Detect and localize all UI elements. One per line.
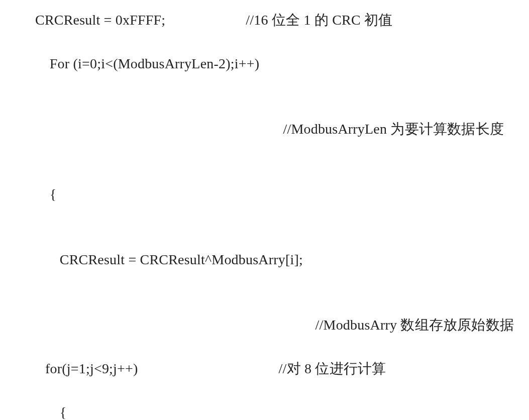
code-line-2: For (i=0;i<(ModbusArryLen-2);i++) bbox=[5, 31, 524, 96]
code-comment: //对 8 位进行计算 bbox=[279, 358, 391, 379]
code-text: { bbox=[60, 404, 67, 420]
code-line-8: { bbox=[5, 380, 524, 420]
code-comment: //ModbusArry 数组存放原始数据 bbox=[315, 314, 514, 336]
code-line-1: CRCResult = 0xFFFF; //16 位全 1 的 CRC 初值 bbox=[5, 9, 524, 31]
code-line-7: for(j=1;j<9;j++) //对 8 位进行计算 bbox=[5, 358, 524, 379]
code-comment: //ModbusArryLen 为要计算数据长度 bbox=[283, 118, 504, 140]
code-line-6: //ModbusArry 数组存放原始数据 bbox=[5, 292, 524, 358]
code-text: CRCResult = CRCResult^ModbusArry[i]; bbox=[60, 252, 303, 267]
code-line-3: //ModbusArryLen 为要计算数据长度 bbox=[5, 96, 524, 162]
code-text: CRCResult = 0xFFFF; bbox=[35, 9, 165, 31]
code-line-5: CRCResult = CRCResult^ModbusArry[i]; bbox=[5, 227, 524, 292]
code-line-4: { bbox=[5, 162, 524, 227]
code-text: for(j=1;j<9;j++) bbox=[45, 358, 138, 379]
code-text: For (i=0;i<(ModbusArryLen-2);i++) bbox=[50, 56, 259, 71]
code-text: { bbox=[50, 186, 57, 202]
code-comment: //16 位全 1 的 CRC 初值 bbox=[246, 9, 397, 31]
code-page: CRCResult = 0xFFFF; //16 位全 1 的 CRC 初值 F… bbox=[0, 0, 529, 420]
